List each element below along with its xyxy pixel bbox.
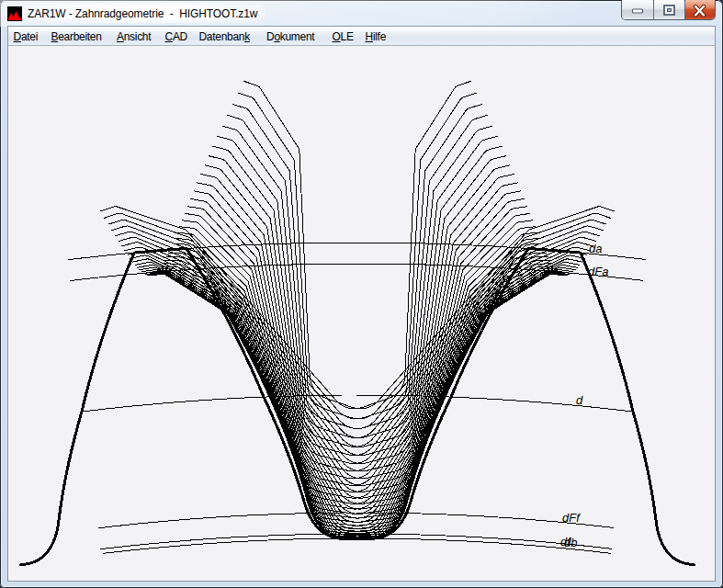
svg-text:dFf: dFf <box>562 511 581 525</box>
svg-text:da: da <box>589 242 602 255</box>
svg-text:d: d <box>576 393 583 407</box>
svg-text:db: db <box>564 536 577 549</box>
svg-text:dFa: dFa <box>588 265 608 278</box>
